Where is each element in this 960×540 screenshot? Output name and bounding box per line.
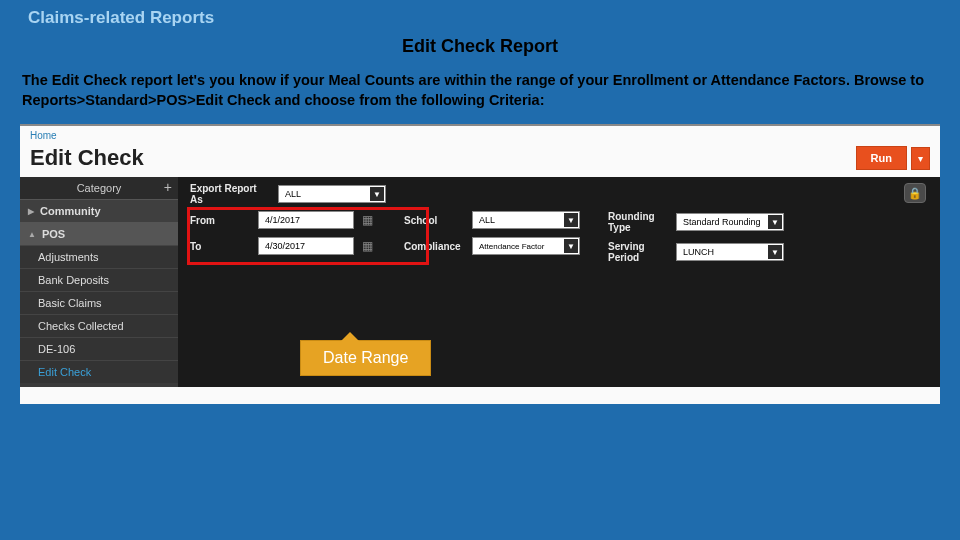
to-value: 4/30/2017 [265,241,305,251]
page-title: Edit Check [30,145,856,171]
intro-prefix: The [22,72,52,88]
calendar-icon[interactable]: ▦ [362,238,376,254]
to-label: To [190,241,250,252]
sidebar-item[interactable]: DE-106 [20,337,178,360]
sidebar-group-pos[interactable]: ▲ POS [20,222,178,245]
add-category-icon[interactable]: + [164,179,172,195]
callout-date-range: Date Range [300,340,431,376]
slide-title: Edit Check Report [0,36,960,57]
category-sidebar: Category + ▶ Community ▲ POS Adjustments… [20,177,178,387]
report-config-panel: 🔒 Export Report As ALL ▼ From 4/1/2017 ▦ [186,177,932,387]
rounding-select[interactable]: Standard Rounding ▼ [676,213,784,231]
sidebar-item[interactable]: Checks Collected [20,314,178,337]
compliance-select[interactable]: Attendance Factor ▼ [472,237,580,255]
calendar-icon[interactable]: ▦ [362,212,376,228]
slide-intro-text: The Edit Check report let's you know if … [0,57,960,120]
run-dropdown-caret[interactable]: ▾ [911,147,930,170]
slide-section-header: Claims-related Reports [0,0,960,32]
compliance-label: Compliance [404,241,464,252]
breadcrumb[interactable]: Home [20,126,940,143]
rounding-value: Standard Rounding [683,217,761,227]
from-value: 4/1/2017 [265,215,300,225]
serving-value: LUNCH [683,247,714,257]
chevron-down-icon: ▼ [370,187,384,201]
export-value: ALL [285,189,301,199]
school-label: School [404,215,464,226]
chevron-down-icon: ▼ [564,213,578,227]
school-select[interactable]: ALL ▼ [472,211,580,229]
chevron-down-icon: ▼ [768,215,782,229]
chevron-down-icon: ▼ [564,239,578,253]
serving-label: Serving Period [608,241,668,263]
lock-icon[interactable]: 🔒 [904,183,926,203]
chevron-down-icon: ▼ [768,245,782,259]
sidebar-group-label: Community [40,205,101,217]
sidebar-heading: Category + [20,177,178,199]
run-button[interactable]: Run [856,146,907,170]
sidebar-group-label: POS [42,228,65,240]
from-label: From [190,215,250,226]
sidebar-item[interactable]: Bank Deposits [20,268,178,291]
export-label: Export Report As [190,183,268,205]
sidebar-item[interactable]: Basic Claims [20,291,178,314]
compliance-value: Attendance Factor [479,242,544,251]
chevron-right-icon: ▶ [28,207,34,216]
to-date-input[interactable]: 4/30/2017 [258,237,354,255]
sidebar-group-community[interactable]: ▶ Community [20,199,178,222]
sidebar-item-edit-check[interactable]: Edit Check [20,360,178,383]
serving-period-select[interactable]: LUNCH ▼ [676,243,784,261]
chevron-down-icon: ▲ [28,230,36,239]
intro-rest: report let's you know if your Meal Count… [22,72,924,108]
rounding-label: Rounding Type [608,211,668,233]
sidebar-item[interactable]: Adjustments [20,245,178,268]
intro-bold: Edit Check [52,72,127,88]
sidebar-heading-label: Category [77,182,122,194]
school-value: ALL [479,215,495,225]
from-date-input[interactable]: 4/1/2017 [258,211,354,229]
app-screenshot: Home Edit Check Run ▾ Category + ▶ Commu… [20,124,940,404]
export-format-select[interactable]: ALL ▼ [278,185,386,203]
